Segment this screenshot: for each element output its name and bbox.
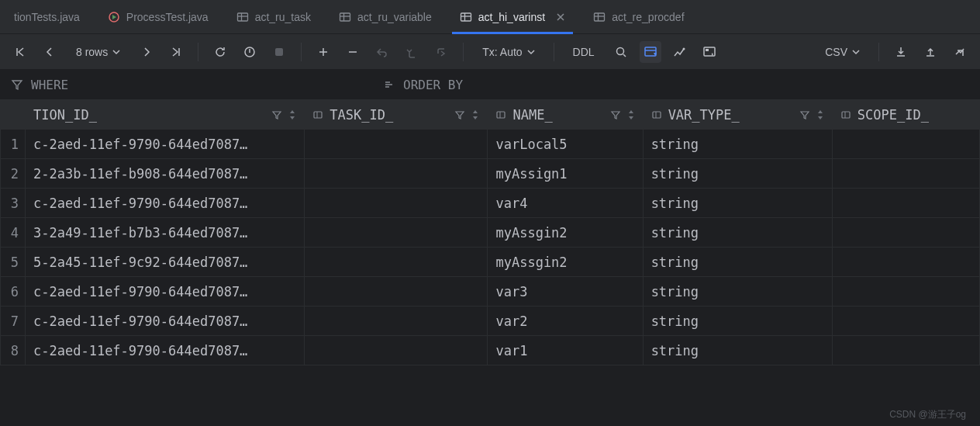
cell[interactable] [832, 307, 979, 336]
column-header[interactable]: TION_ID_ [26, 100, 305, 130]
download-button[interactable] [890, 41, 912, 63]
filter-icon[interactable] [454, 109, 465, 120]
row-count-dropdown[interactable]: 8 rows [68, 41, 128, 63]
column-header[interactable]: SCOPE_ID_ [832, 100, 979, 130]
table-row[interactable]: 6c-2aed-11ef-9790-644ed7087…var3string [1, 277, 980, 307]
stop-query-button[interactable] [239, 41, 261, 63]
cell[interactable] [305, 189, 488, 218]
cell[interactable] [832, 130, 979, 159]
cell[interactable]: c-2aed-11ef-9790-644ed7087… [26, 277, 305, 307]
tab-act-ru-variable[interactable]: act_ru_variable [325, 0, 446, 34]
table-row[interactable]: 43-2a49-11ef-b7b3-644ed7087…myAssgin2str… [1, 218, 980, 248]
sort-icon[interactable] [816, 109, 824, 120]
cell[interactable] [832, 218, 979, 248]
column-header[interactable]: VAR_TYPE_ [643, 100, 832, 130]
cell[interactable]: myAssgin2 [488, 218, 643, 248]
tab-act-ru-task[interactable]: act_ru_task [223, 0, 325, 34]
tx-mode-dropdown[interactable]: Tx: Auto [474, 41, 542, 63]
search-button[interactable] [610, 41, 632, 63]
table-row[interactable]: 22-2a3b-11ef-b908-644ed7087…myAssign1str… [1, 159, 980, 189]
filter-icon[interactable] [271, 109, 282, 120]
cell[interactable]: c-2aed-11ef-9790-644ed7087… [26, 189, 305, 218]
cell[interactable] [832, 189, 979, 218]
filter-icon[interactable] [799, 109, 810, 120]
close-icon[interactable] [556, 12, 565, 22]
upload-button[interactable] [920, 41, 941, 63]
cell[interactable]: var3 [488, 277, 643, 307]
cell[interactable]: myAssign1 [488, 159, 643, 189]
submit-button[interactable] [268, 41, 290, 63]
copy-to-clipboard-button[interactable] [949, 41, 971, 63]
sort-icon[interactable] [471, 109, 479, 120]
export-format-dropdown[interactable]: CSV [817, 41, 868, 63]
cell[interactable]: string [643, 248, 832, 277]
tab-tiontests[interactable]: tionTests.java [0, 0, 94, 34]
table-row[interactable]: 7c-2aed-11ef-9790-644ed7087…var2string [1, 307, 980, 336]
first-page-button[interactable] [9, 41, 31, 63]
delete-row-button[interactable] [342, 41, 364, 63]
separator [198, 43, 198, 61]
cell[interactable] [305, 336, 488, 365]
rollback-button[interactable] [430, 41, 452, 63]
commit-button[interactable] [401, 41, 423, 63]
table-row[interactable]: 3c-2aed-11ef-9790-644ed7087…var4string [1, 189, 980, 218]
chart-view-button[interactable] [669, 41, 691, 63]
tab-act-hi-varinst[interactable]: act_hi_varinst [446, 0, 579, 34]
filter-icon[interactable] [610, 109, 621, 120]
cell[interactable]: 3-2a49-11ef-b7b3-644ed7087… [26, 218, 305, 248]
column-header[interactable]: TASK_ID_ [305, 100, 488, 130]
table-row[interactable]: 55-2a45-11ef-9c92-644ed7087…myAssgin2str… [1, 248, 980, 277]
tab-label: ProcessTest.java [126, 11, 209, 23]
cell[interactable]: var2 [488, 307, 643, 336]
cell[interactable] [305, 159, 488, 189]
sort-icon[interactable] [288, 109, 296, 120]
cell[interactable]: c-2aed-11ef-9790-644ed7087… [26, 307, 305, 336]
row-count-label: 8 rows [76, 46, 108, 58]
cell[interactable]: 2-2a3b-11ef-b908-644ed7087… [26, 159, 305, 189]
csv-label: CSV [825, 46, 847, 58]
column-name: TION_ID_ [33, 107, 265, 123]
order-by-label[interactable]: ORDER BY [403, 78, 463, 92]
cell[interactable]: string [643, 336, 832, 365]
cell[interactable]: var4 [488, 189, 643, 218]
cell[interactable] [305, 248, 488, 277]
cell[interactable] [305, 307, 488, 336]
cell[interactable]: string [643, 307, 832, 336]
cell[interactable]: c-2aed-11ef-9790-644ed7087… [26, 130, 305, 159]
cell[interactable]: string [643, 130, 832, 159]
cell[interactable] [305, 277, 488, 307]
table-row[interactable]: 1c-2aed-11ef-9790-644ed7087…varLocal5str… [1, 130, 980, 159]
cell[interactable]: c-2aed-11ef-9790-644ed7087… [26, 336, 305, 365]
table-view-button[interactable] [640, 41, 661, 63]
column-header[interactable]: NAME_ [488, 100, 643, 130]
column-name: TASK_ID_ [330, 107, 448, 123]
cell[interactable]: 5-2a45-11ef-9c92-644ed7087… [26, 248, 305, 277]
revert-button[interactable] [371, 41, 393, 63]
cell[interactable]: string [643, 159, 832, 189]
tab-processtest[interactable]: ProcessTest.java [94, 0, 223, 34]
where-label[interactable]: WHERE [31, 78, 68, 92]
sort-icon[interactable] [627, 109, 635, 120]
next-page-button[interactable] [136, 41, 157, 63]
cell[interactable]: var1 [488, 336, 643, 365]
cell[interactable] [305, 130, 488, 159]
cell[interactable] [832, 336, 979, 365]
cell[interactable]: string [643, 218, 832, 248]
ddl-button[interactable]: DDL [565, 41, 602, 63]
cell[interactable] [305, 218, 488, 248]
cell[interactable] [832, 159, 979, 189]
cell[interactable]: varLocal5 [488, 130, 643, 159]
last-page-button[interactable] [165, 41, 187, 63]
transpose-button[interactable] [699, 41, 720, 63]
cell[interactable] [832, 277, 979, 307]
table-row[interactable]: 8c-2aed-11ef-9790-644ed7087…var1string [1, 336, 980, 365]
reload-button[interactable] [209, 41, 231, 63]
add-row-button[interactable] [312, 41, 334, 63]
cell[interactable]: string [643, 189, 832, 218]
cell[interactable]: myAssgin2 [488, 248, 643, 277]
prev-page-button[interactable] [39, 41, 60, 63]
cell[interactable] [832, 248, 979, 277]
tab-act-re-procdef[interactable]: act_re_procdef [579, 0, 698, 34]
cell[interactable]: string [643, 277, 832, 307]
table-icon [460, 11, 472, 23]
